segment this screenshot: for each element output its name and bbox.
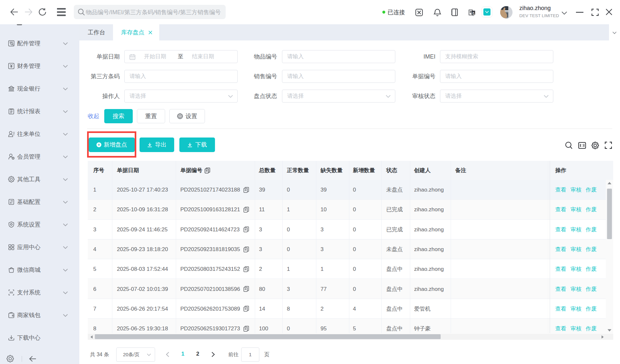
svg-text:A: A [472,11,475,15]
